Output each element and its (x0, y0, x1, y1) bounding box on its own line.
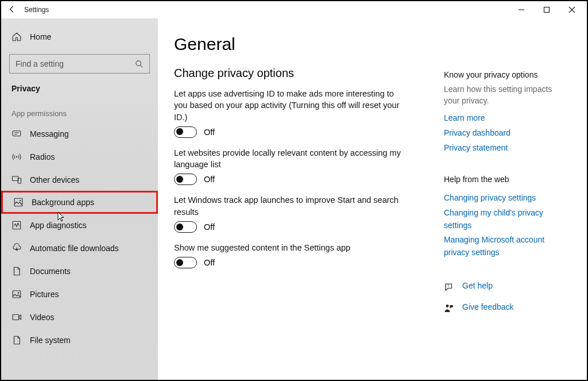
svg-line-5 (140, 65, 142, 67)
help-link[interactable]: Changing my child's privacy settings (444, 207, 568, 232)
sidebar-section-title: Privacy (1, 80, 158, 103)
link-privacy-statement[interactable]: Privacy statement (444, 142, 568, 155)
option-label: Show me suggested content in the Setting… (174, 242, 409, 253)
help-link[interactable]: Changing privacy settings (444, 192, 568, 205)
privacy-option-3: Show me suggested content in the Setting… (174, 242, 409, 268)
page-title: General (174, 34, 409, 54)
search-icon (135, 60, 144, 68)
diagnostics-icon (11, 220, 22, 230)
svg-rect-15 (13, 315, 19, 320)
filesystem-icon (11, 335, 22, 345)
back-button[interactable] (3, 5, 21, 15)
help-link[interactable]: Managing Microsoft account privacy setti… (444, 234, 568, 259)
sidebar-item-videos[interactable]: Videos (1, 306, 158, 329)
toggle-switch[interactable] (174, 221, 197, 233)
sidebar-home-label: Home (30, 32, 51, 41)
privacy-option-2: Let Windows track app launches to improv… (174, 194, 409, 233)
privacy-option-1: Let websites provide locally relevant co… (174, 147, 409, 186)
search-placeholder: Find a setting (16, 59, 64, 68)
documents-icon (11, 266, 22, 276)
close-button[interactable] (559, 2, 585, 18)
sidebar-item-label: Videos (30, 313, 55, 322)
sidebar-item-label: File system (30, 336, 71, 345)
sidebar-item-automatic-file-downloads[interactable]: Automatic file downloads (1, 237, 158, 260)
main-content: General Change privacy options Let apps … (174, 34, 409, 380)
window-title: Settings (21, 6, 49, 14)
sidebar-item-label: Automatic file downloads (30, 244, 119, 253)
svg-point-7 (16, 156, 17, 157)
svg-point-4 (136, 60, 141, 65)
videos-icon (11, 312, 22, 322)
toggle-state: Off (204, 258, 215, 267)
link-give-feedback[interactable]: Give feedback (462, 301, 514, 314)
svg-rect-13 (13, 291, 21, 298)
toggle-switch[interactable] (174, 257, 197, 268)
toggle-state: Off (204, 128, 215, 137)
aside-privacy-desc: Learn how this setting impacts your priv… (444, 84, 568, 106)
messaging-icon (11, 129, 22, 139)
sidebar-item-label: Radios (30, 152, 55, 161)
toggle-switch[interactable] (174, 174, 197, 185)
link-learn-more[interactable]: Learn more (444, 112, 568, 125)
pictures-icon (11, 289, 22, 299)
sidebar-item-label: Messaging (30, 129, 69, 138)
privacy-option-0: Let apps use advertising ID to make ads … (174, 88, 409, 138)
minimize-button[interactable] (509, 2, 534, 18)
download-icon (11, 243, 22, 253)
sidebar-item-label: Other devices (30, 175, 79, 184)
svg-point-11 (20, 200, 21, 201)
aside-help-heading: Help from the web (444, 175, 568, 184)
background-apps-icon (13, 197, 24, 207)
toggle-state: Off (204, 175, 215, 184)
maximize-button[interactable] (534, 2, 559, 18)
aside-panel: Know your privacy options Learn how this… (444, 34, 568, 380)
link-get-help[interactable]: Get help (462, 280, 493, 293)
titlebar: Settings (1, 1, 587, 18)
sidebar-item-label: Pictures (30, 290, 59, 299)
radio-icon (11, 152, 22, 162)
sidebar-item-background-apps[interactable]: Background apps (1, 191, 158, 214)
sidebar: Home Find a setting Privacy App permissi… (1, 18, 158, 380)
svg-rect-6 (13, 131, 21, 136)
aside-privacy-heading: Know your privacy options (444, 70, 568, 79)
option-label: Let Windows track app launches to improv… (174, 194, 409, 218)
svg-rect-10 (14, 198, 22, 206)
svg-rect-1 (544, 7, 550, 13)
help-icon: ? (444, 282, 454, 293)
get-help-row[interactable]: ? Get help (444, 280, 568, 295)
svg-point-14 (18, 293, 19, 294)
link-privacy-dashboard[interactable]: Privacy dashboard (444, 127, 568, 140)
toggle-switch[interactable] (174, 126, 197, 138)
sidebar-group-label: App permissions (1, 103, 158, 122)
sidebar-item-messaging[interactable]: Messaging (1, 122, 158, 145)
option-label: Let websites provide locally relevant co… (174, 147, 409, 171)
sidebar-item-label: Documents (30, 267, 71, 276)
sidebar-item-other-devices[interactable]: Other devices (1, 168, 158, 191)
option-label: Let apps use advertising ID to make ads … (174, 88, 409, 123)
page-subtitle: Change privacy options (174, 67, 409, 80)
sidebar-item-label: Background apps (32, 198, 94, 207)
sidebar-item-file-system[interactable]: File system (1, 329, 158, 352)
home-icon (11, 32, 22, 42)
toggle-state: Off (204, 222, 215, 232)
sidebar-item-app-diagnostics[interactable]: App diagnostics (1, 214, 158, 237)
sidebar-item-label: App diagnostics (30, 221, 87, 230)
svg-text:?: ? (447, 284, 450, 288)
sidebar-item-documents[interactable]: Documents (1, 260, 158, 283)
svg-rect-8 (13, 176, 19, 181)
devices-icon (11, 175, 22, 185)
sidebar-item-pictures[interactable]: Pictures (1, 283, 158, 306)
svg-point-17 (446, 305, 449, 307)
give-feedback-row[interactable]: Give feedback (444, 301, 568, 316)
search-input[interactable]: Find a setting (9, 54, 150, 74)
sidebar-home[interactable]: Home (1, 25, 158, 48)
sidebar-item-radios[interactable]: Radios (1, 145, 158, 168)
feedback-icon (444, 303, 454, 314)
